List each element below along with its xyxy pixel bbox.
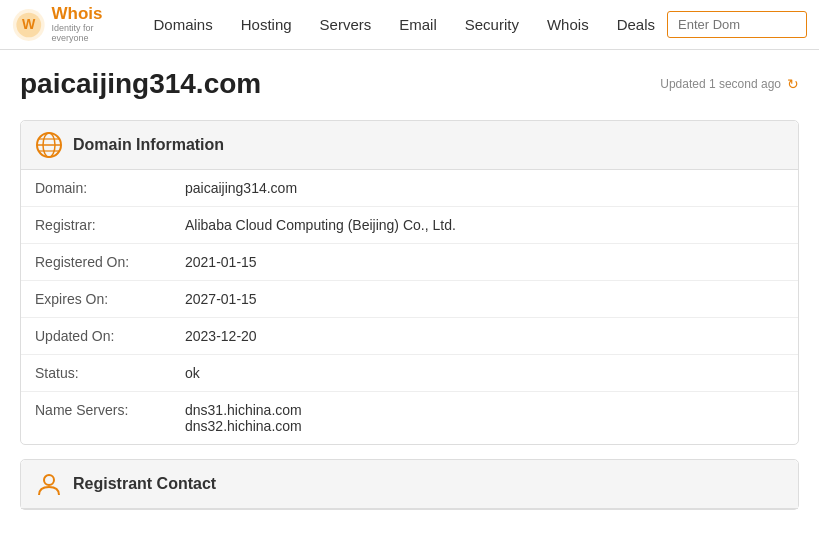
person-icon [35, 470, 63, 498]
value-updated-on: 2023-12-20 [171, 318, 798, 355]
registrant-card: Registrant Contact [20, 459, 799, 510]
page-content: paicaijing314.com Updated 1 second ago ↻… [0, 50, 819, 534]
value-registrar: Alibaba Cloud Computing (Beijing) Co., L… [171, 207, 798, 244]
value-domain: paicaijing314.com [171, 170, 798, 207]
updated-row: Updated 1 second ago ↻ [660, 76, 799, 92]
nav-item-email[interactable]: Email [387, 0, 449, 50]
label-name-servers: Name Servers: [21, 392, 171, 445]
domain-info-title: Domain Information [73, 136, 224, 154]
page-title: paicaijing314.com [20, 68, 261, 100]
registrant-header: Registrant Contact [21, 460, 798, 509]
logo-area: W Whois Identity for everyone [12, 5, 124, 43]
registrant-title: Registrant Contact [73, 475, 216, 493]
value-registered-on: 2021-01-15 [171, 244, 798, 281]
label-registered-on: Registered On: [21, 244, 171, 281]
label-updated-on: Updated On: [21, 318, 171, 355]
value-name-servers: dns31.hichina.com dns32.hichina.com [171, 392, 798, 445]
label-status: Status: [21, 355, 171, 392]
table-row: Updated On: 2023-12-20 [21, 318, 798, 355]
refresh-icon[interactable]: ↻ [787, 76, 799, 92]
search-input[interactable] [667, 11, 807, 38]
whois-logo-icon: W [12, 6, 46, 44]
label-registrar: Registrar: [21, 207, 171, 244]
www-icon [35, 131, 63, 159]
logo-text: Whois Identity for everyone [52, 5, 124, 43]
table-row: Name Servers: dns31.hichina.com dns32.hi… [21, 392, 798, 445]
table-row: Registrar: Alibaba Cloud Computing (Beij… [21, 207, 798, 244]
table-row: Status: ok [21, 355, 798, 392]
nav-item-hosting[interactable]: Hosting [229, 0, 304, 50]
domain-info-header: Domain Information [21, 121, 798, 170]
navbar: W Whois Identity for everyone Domains Ho… [0, 0, 819, 50]
table-row: Domain: paicaijing314.com [21, 170, 798, 207]
svg-point-8 [44, 475, 54, 485]
table-row: Registered On: 2021-01-15 [21, 244, 798, 281]
nav-links: Domains Hosting Servers Email Security W… [142, 0, 667, 50]
svg-text:W: W [22, 16, 36, 32]
value-expires-on: 2027-01-15 [171, 281, 798, 318]
nav-item-security[interactable]: Security [453, 0, 531, 50]
table-row: Expires On: 2027-01-15 [21, 281, 798, 318]
value-status: ok [171, 355, 798, 392]
nav-item-deals[interactable]: Deals [605, 0, 667, 50]
label-expires-on: Expires On: [21, 281, 171, 318]
updated-text: Updated 1 second ago [660, 77, 781, 91]
domain-info-table: Domain: paicaijing314.com Registrar: Ali… [21, 170, 798, 444]
label-domain: Domain: [21, 170, 171, 207]
nav-item-whois[interactable]: Whois [535, 0, 601, 50]
domain-info-card: Domain Information Domain: paicaijing314… [20, 120, 799, 445]
nav-item-domains[interactable]: Domains [142, 0, 225, 50]
nav-item-servers[interactable]: Servers [308, 0, 384, 50]
